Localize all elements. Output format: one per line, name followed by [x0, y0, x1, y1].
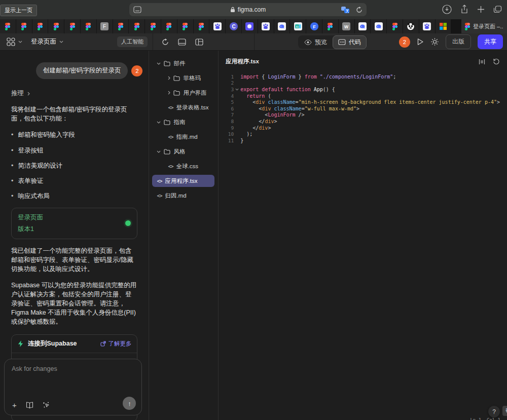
downloads-icon[interactable]	[442, 5, 452, 14]
code-line[interactable]: 8 </div>	[226, 118, 500, 125]
reload-icon[interactable]	[356, 7, 363, 13]
browser-tab[interactable]	[0, 19, 16, 33]
browser-tab[interactable]	[403, 19, 419, 33]
browser-tab[interactable]	[355, 19, 371, 33]
tree-item-file[interactable]: <>应用程序.tsx	[152, 175, 214, 187]
tree-item-file[interactable]: <>指南.md	[152, 131, 214, 143]
chevron-down-icon[interactable]	[157, 62, 161, 65]
attach-icon[interactable]: +	[12, 401, 17, 409]
message-count-badge[interactable]: 2	[131, 65, 142, 77]
supabase-card-title: 连接到Supabase	[28, 339, 77, 348]
code-line[interactable]: 11}	[226, 137, 500, 144]
panel-bottom-icon[interactable]	[178, 39, 186, 46]
browser-tab[interactable]	[113, 19, 129, 33]
browser-tab[interactable]	[161, 19, 177, 33]
browser-tab[interactable]	[177, 19, 194, 33]
chevron-right-icon[interactable]	[168, 76, 170, 80]
library-book-icon[interactable]	[26, 402, 33, 408]
chevron-down-icon[interactable]	[157, 150, 161, 153]
code-file-icon: <>	[168, 134, 173, 140]
browser-active-tab[interactable]: 登录页面 –...	[461, 19, 507, 33]
code-line[interactable]: 4 return (	[226, 93, 500, 99]
browser-tab[interactable]: F	[306, 19, 322, 33]
chat-input-box[interactable]: + ↑	[4, 359, 142, 415]
browser-tab[interactable]	[16, 19, 32, 33]
gear-icon[interactable]	[430, 37, 439, 46]
code-text: <div className="w-full max-w-md">	[240, 106, 359, 111]
browser-tab[interactable]	[322, 19, 339, 33]
share-button[interactable]: 共享	[478, 34, 503, 49]
browser-tab[interactable]	[274, 19, 291, 33]
project-title[interactable]: 登录页面	[31, 37, 56, 46]
browser-tab[interactable]	[81, 19, 97, 33]
svg-text:C: C	[232, 24, 235, 29]
browser-tab[interactable]	[32, 19, 49, 33]
chevron-down-icon[interactable]	[18, 41, 22, 43]
line-number: 5	[226, 99, 234, 105]
browser-tab[interactable]	[387, 19, 403, 33]
browser-tab[interactable]: C	[226, 19, 242, 33]
browser-tab[interactable]	[371, 19, 387, 33]
code-line[interactable]: 2	[226, 80, 500, 87]
tree-item-label: 全球.css	[176, 163, 198, 170]
tab-code[interactable]: 代码	[333, 35, 367, 49]
learn-more-link[interactable]: 了解更多	[100, 340, 131, 348]
reasoning-label: 推理	[11, 89, 24, 98]
tree-item-folder[interactable]: 风格	[152, 145, 214, 158]
tab-overview-icon[interactable]	[493, 6, 502, 13]
code-line[interactable]: 1import { LoginForm } from "./components…	[226, 73, 500, 80]
chevron-down-icon[interactable]	[157, 121, 161, 124]
help-button[interactable]: ?	[488, 406, 500, 417]
format-code-icon[interactable]	[479, 59, 485, 65]
chevron-right-icon[interactable]	[168, 91, 170, 95]
magic-pointer-icon[interactable]	[43, 401, 51, 409]
new-tab-icon[interactable]	[477, 6, 485, 13]
figma-make-menu-icon[interactable]	[7, 37, 15, 46]
address-bar[interactable]: figma.com	[129, 3, 367, 16]
play-icon[interactable]	[417, 38, 424, 46]
share-icon[interactable]	[460, 5, 468, 14]
tree-item-folder[interactable]: 用户界面	[152, 87, 214, 99]
publish-button[interactable]: 出版	[446, 34, 471, 49]
translate-icon[interactable]	[341, 7, 350, 13]
browser-tab[interactable]: F	[97, 19, 113, 33]
figma-favicon	[151, 23, 156, 30]
browser-tab[interactable]	[145, 19, 161, 33]
panel-layout-icon[interactable]	[195, 39, 203, 46]
browser-tab[interactable]: AI	[290, 19, 306, 33]
browser-tab[interactable]	[258, 19, 274, 33]
browser-tab[interactable]	[129, 19, 145, 33]
browser-tab[interactable]	[64, 19, 81, 33]
notification-badge[interactable]: 2	[399, 36, 410, 48]
send-button[interactable]: ↑	[123, 397, 136, 410]
tree-item-file[interactable]: <>全球.css	[152, 160, 214, 172]
code-line[interactable]: 9 </div>	[226, 125, 500, 131]
code-line[interactable]: 5 <div className="min-h-screen bg-backgr…	[226, 99, 500, 105]
chevron-down-icon[interactable]	[59, 41, 63, 43]
tree-item-file[interactable]: <>归因.md	[152, 189, 214, 202]
code-line[interactable]: 3export default function App() {	[226, 86, 500, 93]
code-line[interactable]: 7 <LoginForm />	[226, 112, 500, 119]
code-line[interactable]: 6 <div className="w-full max-w-md">	[226, 105, 500, 112]
browser-tab[interactable]	[209, 19, 226, 33]
browser-tab[interactable]	[419, 19, 436, 33]
tree-item-file[interactable]: <>登录表格.tsx	[152, 101, 214, 113]
browser-tab[interactable]	[242, 19, 258, 33]
figma-favicon	[328, 23, 333, 30]
browser-tab[interactable]	[436, 19, 452, 33]
tree-item-folder[interactable]: 指南	[152, 116, 214, 128]
tree-item-folder[interactable]: 部件	[152, 57, 214, 69]
chat-input[interactable]	[12, 365, 134, 393]
history-icon[interactable]	[493, 58, 500, 65]
browser-tab[interactable]	[194, 19, 210, 33]
tab-preview[interactable]: 预览	[299, 35, 333, 49]
fold-gutter[interactable]	[234, 88, 240, 91]
code-line[interactable]: 10 );	[226, 131, 500, 137]
tree-item-folder[interactable]: 菲格玛	[152, 72, 214, 84]
refresh-icon[interactable]	[162, 39, 169, 46]
browser-tab[interactable]	[48, 19, 64, 33]
reasoning-toggle[interactable]: 推理	[11, 89, 137, 98]
browser-tab[interactable]: W	[339, 19, 355, 33]
reader-view-icon[interactable]	[133, 6, 141, 13]
version-card[interactable]: 登录页面 版本1	[11, 208, 137, 239]
